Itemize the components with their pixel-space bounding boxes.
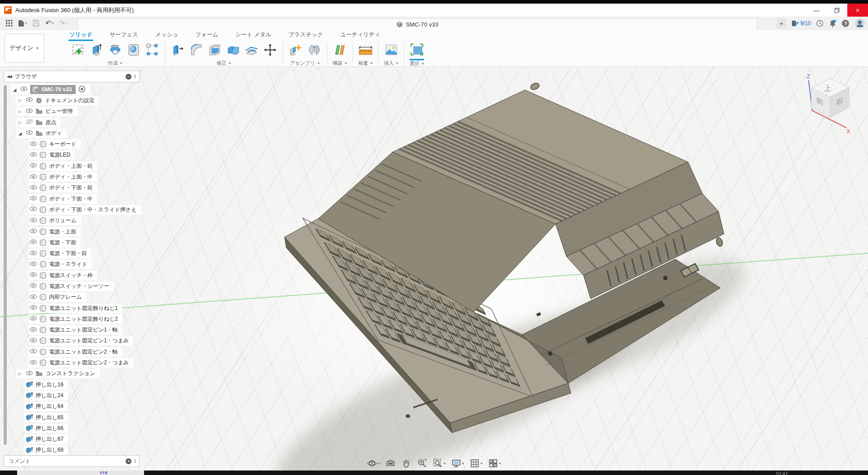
document-tab[interactable]: SMC-70 v33 — [77, 18, 757, 30]
browser-item-2[interactable]: ▷ビュー管理 — [9, 106, 141, 117]
group-construct-label[interactable]: 構築▼ — [333, 59, 348, 67]
ribbon-tab-7[interactable]: ユーティリティ — [339, 30, 381, 41]
browser-item-13[interactable]: 電源・上面 — [9, 226, 141, 237]
visibility-eye-icon[interactable] — [20, 86, 27, 93]
collapse-caret-icon[interactable]: ▷ — [17, 120, 23, 125]
browser-item-7[interactable]: ボディ・上面・前 — [9, 161, 141, 171]
measure-button[interactable] — [357, 41, 374, 58]
visibility-eye-icon[interactable] — [30, 141, 37, 148]
pan-button[interactable] — [399, 457, 413, 469]
browser-item-5[interactable]: キーボード — [9, 139, 141, 149]
browser-item-16[interactable]: 電源・スライド — [9, 259, 141, 270]
job-history-button[interactable] — [816, 19, 824, 27]
ribbon-tab-3[interactable]: メッシュ — [154, 30, 179, 41]
browser-item-6[interactable]: 電源LED — [9, 150, 141, 161]
visibility-eye-icon[interactable] — [30, 294, 37, 300]
new-tab-button[interactable]: + — [777, 18, 787, 28]
browser-item-29[interactable]: 押し出し64 — [9, 401, 141, 412]
group-assemble-label[interactable]: アセンブリ▼ — [290, 59, 320, 67]
move-button[interactable] — [262, 41, 278, 58]
viewcube[interactable]: 上 前 右 Z X — [800, 71, 863, 134]
browser-item-11[interactable]: ボディ・下面・中・スライド押さえ — [9, 204, 141, 215]
browser-item-14[interactable]: 電源・下面 — [9, 237, 141, 248]
ribbon-tab-5[interactable]: シート メタル — [235, 30, 272, 41]
press-pull-button[interactable] — [170, 41, 186, 58]
new-component-button[interactable] — [288, 41, 304, 58]
browser-header[interactable]: ◀◀ ブラウザ − ‖ — [4, 71, 140, 82]
comment-grip-handle[interactable]: ‖ — [134, 458, 136, 464]
browser-item-21[interactable]: 電源ユニット固定飾りねじ2 — [9, 314, 141, 324]
browser-item-10[interactable]: ボディ・下面・中 — [9, 193, 141, 204]
close-button[interactable]: × — [847, 4, 868, 17]
hole-button[interactable] — [126, 41, 142, 58]
visibility-eye-icon[interactable] — [30, 360, 37, 366]
visibility-eye-icon[interactable] — [30, 152, 37, 158]
activate-radio-icon[interactable] — [78, 85, 86, 94]
pattern-button[interactable] — [144, 41, 160, 58]
look-at-button[interactable] — [384, 457, 397, 469]
browser-item-32[interactable]: 押し出し67 — [9, 434, 141, 445]
orbit-button[interactable]: ▾ — [365, 457, 381, 469]
browser-item-30[interactable]: 押し出し65 — [9, 412, 141, 423]
visibility-eye-icon[interactable] — [26, 108, 33, 115]
group-insert-label[interactable]: 挿入▼ — [384, 59, 399, 67]
visibility-eye-icon[interactable] — [30, 272, 37, 278]
browser-item-17[interactable]: 電源スイッチ・枠 — [9, 270, 141, 281]
visibility-eye-icon[interactable] — [26, 371, 33, 377]
account-avatar[interactable] — [854, 18, 865, 29]
browser-item-33[interactable]: 押し出し68 — [9, 445, 141, 456]
browser-minus-icon[interactable]: − — [126, 74, 131, 80]
file-menu-button[interactable]: ▾ — [17, 18, 28, 29]
visibility-eye-icon[interactable] — [30, 316, 37, 322]
visibility-eye-icon[interactable] — [30, 185, 37, 191]
fit-view-button[interactable]: ▾ — [431, 457, 447, 469]
browser-item-24[interactable]: 電源ユニット固定ピン2・軸 — [9, 346, 141, 357]
browser-item-8[interactable]: ボディ・上面・中 — [9, 171, 141, 182]
browser-item-25[interactable]: 電源ユニット固定ピン2・つまみ — [9, 357, 141, 368]
visibility-eye-icon[interactable] — [30, 206, 37, 213]
browser-item-1[interactable]: ▷ドキュメントの設定 — [9, 95, 141, 106]
visibility-eye-icon[interactable] — [30, 251, 37, 257]
fillet-button[interactable] — [188, 41, 204, 58]
edit-quota-indicator[interactable]: 9/10 — [791, 20, 811, 27]
visibility-eye-icon[interactable] — [30, 239, 37, 246]
browser-item-19[interactable]: 内部フレーム — [9, 292, 141, 303]
grid-settings-button[interactable]: ▾ — [468, 457, 484, 469]
save-button[interactable] — [31, 18, 41, 29]
browser-collapse-icon[interactable]: ◀◀ — [7, 74, 11, 79]
browser-grip-handle[interactable]: ‖ — [134, 74, 136, 79]
browser-item-18[interactable]: 電源スイッチ・シーソー — [9, 281, 141, 291]
visibility-eye-icon[interactable] — [26, 119, 33, 125]
visibility-eye-icon[interactable] — [30, 327, 37, 333]
construction-plane-button[interactable] — [332, 41, 348, 58]
help-button[interactable]: ? — [841, 19, 850, 27]
group-select-label[interactable]: 選択▼ — [410, 59, 425, 67]
joint-button[interactable] — [306, 41, 322, 58]
expand-caret-icon[interactable]: ◢ — [12, 87, 18, 92]
group-modify-label[interactable]: 修正▼ — [217, 59, 231, 67]
select-button[interactable] — [409, 41, 425, 58]
shell-button[interactable] — [207, 41, 223, 58]
collapse-caret-icon[interactable]: ▷ — [17, 372, 23, 376]
zoom-button[interactable] — [415, 457, 429, 469]
collapse-caret-icon[interactable]: ▷ — [17, 98, 23, 103]
create-sketch-button[interactable] — [70, 41, 86, 58]
visibility-eye-icon[interactable] — [30, 283, 37, 289]
visibility-eye-icon[interactable] — [30, 163, 37, 169]
browser-item-root[interactable]: ◢SMC-70 v33 — [9, 84, 141, 95]
visibility-eye-icon[interactable] — [30, 261, 37, 268]
group-inspect-label[interactable]: 検査▼ — [358, 59, 373, 67]
ribbon-tab-6[interactable]: プラスチック — [288, 30, 324, 41]
group-create-label[interactable]: 作成▼ — [108, 59, 123, 67]
ribbon-tab-1[interactable]: ソリッド — [68, 30, 93, 41]
visibility-eye-icon[interactable] — [26, 97, 33, 103]
browser-item-26[interactable]: ▷コンストラクション — [9, 368, 141, 379]
ribbon-tab-4[interactable]: フォーム — [194, 30, 219, 41]
notifications-button[interactable] — [829, 19, 836, 27]
visibility-eye-icon[interactable] — [26, 130, 33, 136]
root-component[interactable]: SMC-70 v33 — [30, 85, 76, 94]
visibility-eye-icon[interactable] — [30, 218, 37, 224]
browser-item-12[interactable]: ボリューム — [9, 215, 141, 226]
browser-item-3[interactable]: ▷原点 — [9, 117, 141, 128]
minimize-button[interactable]: — — [806, 4, 827, 17]
